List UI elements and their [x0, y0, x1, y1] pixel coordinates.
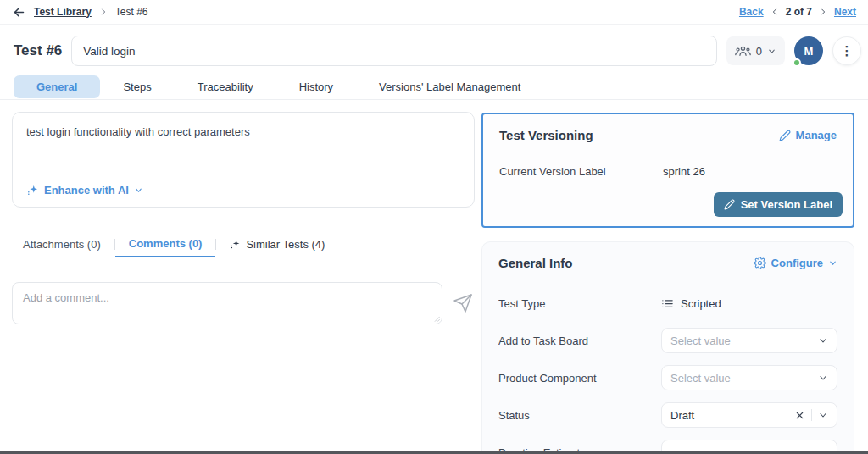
gear-icon [754, 257, 766, 269]
status-select-controls [794, 409, 828, 421]
manage-label: Manage [796, 129, 837, 141]
tab-versions-label-management[interactable]: Versions' Label Management [356, 75, 543, 98]
more-options-button[interactable]: ⋮ [832, 36, 861, 65]
general-info-header: General Info Configure [498, 256, 837, 270]
general-info-title: General Info [498, 256, 573, 270]
tab-steps[interactable]: Steps [100, 75, 174, 98]
current-version-label: Current Version Label [499, 165, 663, 178]
tab-general[interactable]: General [14, 75, 100, 98]
field-label: Test Type [498, 297, 661, 310]
chevron-down-icon [818, 410, 828, 420]
top-navigation-bar: Test Library Test #6 Back 2 of 7 Next [0, 0, 868, 25]
field-label: Status [498, 409, 661, 422]
enhance-with-ai-label: Enhance with AI [44, 184, 129, 197]
test-detail-page: Test Library Test #6 Back 2 of 7 Next Te… [0, 0, 868, 454]
subtab-similar-label: Similar Tests (4) [246, 238, 325, 251]
pencil-icon [724, 199, 735, 210]
status-value: Draft [670, 409, 694, 422]
sparkle-icon [230, 239, 241, 250]
watchers-count: 0 [756, 45, 762, 58]
pencil-icon [779, 130, 791, 141]
clear-icon[interactable] [794, 410, 805, 421]
send-comment-icon[interactable] [453, 293, 473, 313]
manage-versions-link[interactable]: Manage [779, 129, 837, 141]
field-label: Product Component [498, 372, 661, 385]
main-tabs: General Steps Traceability History Versi… [14, 75, 543, 98]
current-version-row: Current Version Label sprint 26 [499, 165, 837, 178]
field-row-product-component: Product Component Select value [498, 365, 837, 390]
test-header: Test #6 0 M ⋮ [14, 36, 861, 66]
current-version-value: sprint 26 [663, 165, 705, 178]
comment-input-wrap [12, 282, 442, 324]
configure-fields-link[interactable]: Configure [754, 257, 837, 269]
breadcrumb: Test Library Test #6 [12, 5, 148, 19]
window-bottom-edge [0, 451, 868, 454]
description-text[interactable]: test login functionality with correct pa… [26, 125, 460, 138]
chevron-down-icon [767, 47, 776, 56]
tab-history[interactable]: History [276, 75, 356, 98]
chevron-left-icon[interactable] [771, 8, 779, 16]
set-version-label-text: Set Version Label [741, 198, 832, 211]
product-component-select[interactable]: Select value [661, 365, 837, 390]
kebab-menu-icon: ⋮ [841, 43, 854, 58]
select-divider [811, 409, 812, 421]
field-label: Add to Task Board [498, 335, 661, 347]
chevron-right-icon[interactable] [819, 8, 827, 16]
chevron-down-icon [134, 185, 143, 195]
select-placeholder: Select value [670, 335, 731, 347]
versioning-title: Test Versioning [499, 128, 593, 142]
enhance-with-ai-button[interactable]: Enhance with AI [26, 184, 143, 197]
test-title-input[interactable] [71, 36, 716, 66]
online-status-dot [793, 58, 801, 67]
configure-label: Configure [771, 257, 823, 269]
watchers-button[interactable]: 0 [726, 36, 785, 65]
sparkle-ai-icon [26, 184, 39, 197]
attachments-comments-tabs: Attachments (0) Comments (0) Similar Tes… [12, 239, 475, 257]
pager-position: 2 of 7 [786, 6, 812, 18]
page-title: Test #6 [14, 42, 62, 59]
back-arrow-icon[interactable] [12, 5, 26, 19]
field-row-test-type: Test Type Scripted [498, 291, 837, 316]
versioning-header: Test Versioning Manage [499, 128, 837, 142]
test-type-text: Scripted [681, 297, 721, 310]
chevron-down-icon [818, 373, 828, 383]
test-versioning-card: Test Versioning Manage Current Version L… [481, 113, 854, 228]
status-select[interactable]: Draft [661, 402, 837, 428]
pager-back-link[interactable]: Back [739, 6, 764, 18]
people-group-icon [735, 45, 751, 58]
breadcrumb-library-link[interactable]: Test Library [34, 6, 92, 18]
field-row-task-board: Add to Task Board Select value [498, 328, 837, 353]
set-version-label-button[interactable]: Set Version Label [714, 192, 843, 217]
general-info-card: General Info Configure Test Type Scripte… [481, 241, 854, 454]
list-icon [661, 297, 674, 310]
record-pager: Back 2 of 7 Next [739, 6, 856, 18]
description-editor[interactable]: test login functionality with correct pa… [12, 112, 475, 208]
chevron-down-icon [828, 258, 837, 268]
chevron-right-icon [99, 8, 108, 16]
tabs-divider [0, 99, 868, 100]
chevron-down-icon [818, 335, 828, 346]
subtab-attachments[interactable]: Attachments (0) [12, 238, 114, 257]
subtab-comments[interactable]: Comments (0) [115, 237, 216, 257]
tab-traceability[interactable]: Traceability [175, 75, 276, 98]
comment-input[interactable] [12, 282, 442, 324]
breadcrumb-current: Test #6 [115, 6, 148, 18]
test-type-value: Scripted [661, 297, 837, 310]
select-placeholder: Select value [670, 372, 731, 385]
user-avatar[interactable]: M [794, 36, 823, 65]
task-board-select[interactable]: Select value [661, 328, 837, 353]
subtab-similar-tests[interactable]: Similar Tests (4) [216, 238, 338, 257]
field-row-status: Status Draft [498, 402, 837, 428]
pager-next-link[interactable]: Next [834, 6, 856, 18]
